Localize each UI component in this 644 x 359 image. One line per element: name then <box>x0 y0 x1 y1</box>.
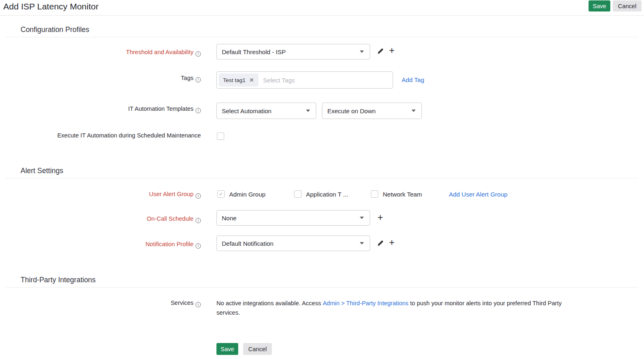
notification-profile-label: Notification Profilei <box>0 241 201 249</box>
chevron-down-icon <box>360 217 364 219</box>
cancel-button-bottom[interactable]: Cancel <box>243 343 272 355</box>
tags-label: Tagsi <box>0 75 201 82</box>
select-automation-dropdown[interactable]: Select Automation <box>216 103 316 119</box>
page-title: Add ISP Latency Monitor <box>3 2 99 11</box>
section-title-third-party-integrations: Third-Party Integrations <box>21 276 96 284</box>
save-button-bottom[interactable]: Save <box>216 343 238 355</box>
tags-field[interactable]: Test tag1 ✕ <box>216 71 393 89</box>
add-notification-profile-button[interactable]: + <box>387 238 396 247</box>
add-isp-latency-monitor-page: Add ISP Latency Monitor Save Cancel Conf… <box>0 0 644 359</box>
checkbox-label: Network Team <box>383 191 422 198</box>
checkbox-application-team[interactable] <box>294 190 301 198</box>
execute-automation-maintenance-label: Execute IT Automation during Scheduled M… <box>0 132 201 139</box>
remove-tag-icon[interactable]: ✕ <box>249 77 254 83</box>
services-text-before: No active integrations available. Access <box>216 300 321 306</box>
services-description: No active integrations available. Access… <box>216 299 569 317</box>
threshold-availability-label: Threshold and Availabilityi <box>0 49 201 57</box>
info-icon[interactable]: i <box>196 218 201 223</box>
chevron-down-icon <box>360 50 364 53</box>
info-icon[interactable]: i <box>196 193 201 199</box>
info-icon[interactable]: i <box>196 51 201 57</box>
section-title-alert-settings: Alert Settings <box>21 167 63 175</box>
tag-chip-label: Test tag1 <box>223 77 246 83</box>
edit-threshold-button[interactable] <box>376 46 385 55</box>
plus-icon: + <box>389 46 394 55</box>
threshold-select[interactable]: Default Threshold - ISP <box>216 44 370 59</box>
header-divider <box>0 15 644 16</box>
chevron-down-icon <box>306 110 310 112</box>
add-user-alert-group-link[interactable]: Add User Alert Group <box>449 191 508 198</box>
user-alert-group-label: User Alert Groupi <box>0 191 201 199</box>
section-title-configuration-profiles: Configuration Profiles <box>21 25 89 34</box>
section-divider <box>6 287 638 288</box>
tags-input[interactable] <box>263 77 393 84</box>
info-icon[interactable]: i <box>196 302 201 307</box>
notification-profile-select[interactable]: Default Notification <box>216 236 370 251</box>
checkbox-label: Admin Group <box>229 191 265 198</box>
checkbox-label: Application T ... <box>306 191 348 198</box>
on-call-schedule-label: On-Call Schedulei <box>0 215 201 223</box>
on-call-schedule-select[interactable]: None <box>216 210 370 226</box>
admin-third-party-integrations-link[interactable]: Admin > Third-Party Integrations <box>323 300 409 306</box>
pencil-icon <box>377 48 384 54</box>
plus-icon: + <box>377 213 383 222</box>
chevron-down-icon <box>360 242 364 245</box>
user-alert-group-option-admin[interactable]: ✓ Admin Group <box>217 190 265 198</box>
notification-profile-value: Default Notification <box>222 240 356 247</box>
info-icon[interactable]: i <box>196 77 201 82</box>
add-threshold-button[interactable]: + <box>387 46 396 55</box>
services-label: Servicesi <box>0 300 201 307</box>
edit-notification-profile-button[interactable] <box>376 238 385 247</box>
save-button-top[interactable]: Save <box>589 0 610 11</box>
user-alert-group-option-application[interactable]: Application T ... <box>294 190 348 198</box>
threshold-select-value: Default Threshold - ISP <box>222 48 356 55</box>
chevron-down-icon <box>412 110 416 112</box>
info-icon[interactable]: i <box>196 243 201 249</box>
section-divider <box>6 178 638 178</box>
pencil-icon <box>377 240 384 246</box>
checkbox-network-team[interactable] <box>371 190 378 198</box>
execute-on-down-dropdown[interactable]: Execute on Down <box>322 103 422 119</box>
add-on-call-schedule-button[interactable]: + <box>376 213 385 222</box>
user-alert-group-option-network[interactable]: Network Team <box>371 190 422 198</box>
add-tag-link[interactable]: Add Tag <box>402 76 424 83</box>
select-automation-value: Select Automation <box>222 107 303 114</box>
section-divider <box>6 37 638 37</box>
cancel-button-top[interactable]: Cancel <box>613 0 642 11</box>
plus-icon: + <box>389 238 394 247</box>
tag-chip: Test tag1 ✕ <box>219 73 258 87</box>
execute-automation-maintenance-checkbox[interactable] <box>217 133 224 140</box>
execute-on-down-value: Execute on Down <box>327 107 408 114</box>
it-automation-templates-label: IT Automation Templatesi <box>0 105 201 113</box>
on-call-schedule-value: None <box>222 215 356 222</box>
checkbox-admin-group[interactable]: ✓ <box>217 190 225 198</box>
info-icon[interactable]: i <box>196 108 201 113</box>
